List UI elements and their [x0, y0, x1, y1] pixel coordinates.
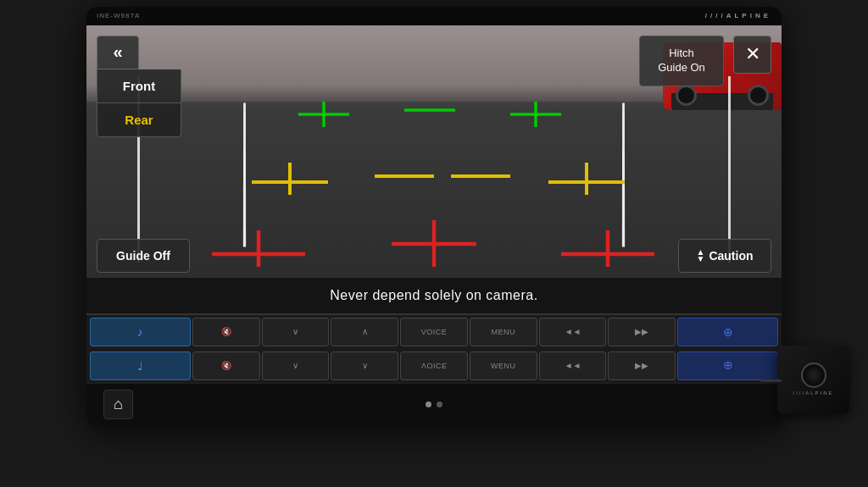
top-bar: INE-W987A ////ALPINE [86, 7, 782, 25]
camera-view: « Front Rear ✕ [86, 25, 782, 313]
camera-lens [801, 362, 826, 388]
caution-label: Caution [709, 249, 753, 263]
camera-select-panel: « Front Rear [97, 36, 181, 137]
head-unit: INE-W987A ////ALPINE [86, 7, 782, 425]
front-label: Front [123, 79, 155, 93]
home-button[interactable]: ⌂ [103, 390, 133, 419]
home-icon-area: ⌂ [103, 390, 133, 419]
guide-off-label: Guide Off [116, 249, 170, 263]
front-camera-button[interactable]: Front [97, 69, 181, 103]
bottom-section: ⌂ [86, 383, 782, 425]
vol-down-1[interactable]: ∨ [262, 318, 330, 346]
vol-down-2[interactable]: ∨ [262, 351, 330, 380]
controls-row-2: ♩ 🔇 ∨ ∨ VOICE WENU ◄◄ ▶▶ ⊕ [86, 349, 782, 383]
next-btn-1[interactable]: ▶▶ [608, 318, 676, 346]
mute-btn-2[interactable]: 🔇 [192, 351, 260, 380]
rear-camera-button[interactable]: Rear [97, 103, 181, 137]
vol-up-1[interactable]: ∧ [331, 318, 398, 346]
voice-btn-2[interactable]: VOICE [400, 351, 468, 380]
home-icon-symbol: ⌂ [114, 396, 123, 413]
caution-button[interactable]: ▲ ▼ Caution [678, 239, 771, 273]
ui-overlay: « Front Rear ✕ [86, 25, 782, 313]
prev-btn-2[interactable]: ◄◄ [539, 351, 607, 380]
music-button-2[interactable]: ♩ [90, 351, 191, 380]
camera-brand-label: ////ALPINE [793, 390, 833, 396]
camera-cable [760, 379, 782, 382]
next-btn-2[interactable]: ▶▶ [608, 351, 676, 380]
mute-btn-1[interactable]: 🔇 [192, 318, 260, 346]
music-button-1[interactable]: ♪ [90, 318, 191, 346]
nav-btn-2[interactable]: ⊕ [677, 351, 778, 380]
voice-btn-1[interactable]: VOICE [400, 318, 468, 346]
device-container: INE-W987A ////ALPINE [70, 7, 798, 481]
caution-arrows-icon: ▲ ▼ [696, 249, 704, 263]
page-dots [426, 401, 442, 407]
prev-btn-1[interactable]: ◄◄ [539, 318, 607, 346]
close-icon: ✕ [745, 43, 760, 65]
control-strip: ♪ 🔇 ∨ ∧ VOICE MENU ◄◄ ▶▶ ⊕ ♩ 🔇 ∨ ∨ VOICE… [86, 313, 782, 383]
screen-area: « Front Rear ✕ [86, 25, 782, 313]
external-camera: ////ALPINE [777, 346, 849, 413]
menu-btn-2[interactable]: WENU [470, 351, 537, 380]
controls-row-1: ♪ 🔇 ∨ ∧ VOICE MENU ◄◄ ▶▶ ⊕ [86, 315, 782, 349]
warning-bar: Never depend solely on camera. [86, 278, 782, 313]
hitch-guide-label: HitchGuide On [658, 47, 705, 75]
back-arrow-icon: « [113, 42, 122, 62]
menu-btn-1[interactable]: MENU [470, 318, 537, 346]
rear-label: Rear [125, 113, 153, 127]
hitch-guide-button[interactable]: HitchGuide On [639, 36, 724, 86]
page-dot-2[interactable] [437, 401, 442, 407]
model-label: INE-W987A [97, 12, 140, 19]
brand-top: ////ALPINE [705, 12, 771, 19]
nav-btn-1[interactable]: ⊕ [677, 318, 778, 346]
vol-up-2[interactable]: ∨ [331, 351, 398, 380]
close-button[interactable]: ✕ [733, 36, 771, 74]
page-dot-1[interactable] [426, 401, 431, 407]
back-button[interactable]: « [97, 36, 139, 69]
guide-off-button[interactable]: Guide Off [97, 239, 190, 273]
warning-text: Never depend solely on camera. [330, 288, 537, 303]
